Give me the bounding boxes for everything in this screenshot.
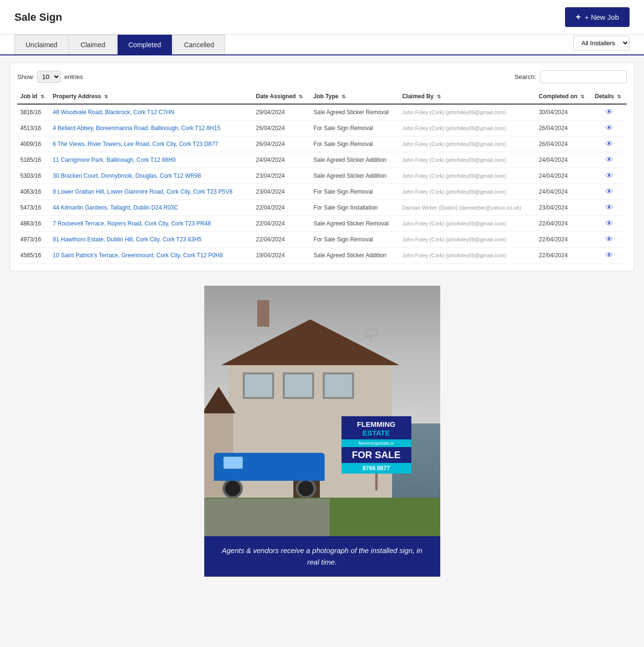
- details-eye-icon[interactable]: 👁: [605, 235, 613, 243]
- cell-date: 26/04/2024: [253, 120, 311, 136]
- cell-details[interactable]: 👁: [592, 104, 627, 120]
- page-title: Sale Sign: [14, 11, 62, 24]
- cell-claimed-by: John Foley (Cork) (johnfoley09@gmail.com…: [399, 232, 536, 248]
- table-row: 4863/16 7 Roosevelt Terrace, Ropers Road…: [17, 216, 627, 232]
- cell-address: 81 Hawthorn Estate, Dublin Hill, Cork Ci…: [50, 232, 253, 248]
- car-wheels: [214, 478, 325, 499]
- tab-unclaimed[interactable]: Unclaimed: [14, 35, 68, 54]
- address-link[interactable]: 8 Lower Grattan Hill, Lower Glanmire Roa…: [53, 188, 233, 195]
- address-link[interactable]: 44 Kilmartin Gardens, Tallaght, Dublin D…: [53, 204, 179, 211]
- sort-icon-address: ⇅: [104, 94, 108, 99]
- address-link[interactable]: 6 The Views, River Towers, Lee Road, Cor…: [53, 141, 218, 147]
- sign-phone: 8766 8877: [342, 463, 411, 474]
- cell-details[interactable]: 👁: [592, 216, 627, 232]
- details-eye-icon[interactable]: 👁: [605, 219, 613, 227]
- details-eye-icon[interactable]: 👁: [605, 124, 613, 132]
- address-link[interactable]: 7 Roosevelt Terrace, Ropers Road, Cork C…: [53, 220, 211, 227]
- cell-details[interactable]: 👁: [592, 120, 627, 136]
- plus-icon: +: [576, 12, 581, 22]
- tabs-row: Unclaimed Claimed Completed Cancelled Al…: [0, 35, 644, 55]
- cell-completed-on: 24/04/2024: [536, 168, 592, 184]
- table-row: 4063/16 8 Lower Grattan Hill, Lower Glan…: [17, 184, 627, 200]
- address-link[interactable]: 30 Bracken Court, Donnybrook, Douglas, C…: [53, 172, 201, 179]
- cell-details[interactable]: 👁: [592, 168, 627, 184]
- entries-label: entries: [65, 73, 83, 80]
- cell-job-type: For Sale Sign Installation: [311, 200, 399, 216]
- installer-dropdown[interactable]: All Installers Installer 1 Installer 2: [573, 36, 630, 51]
- car-wheel-right: [296, 478, 316, 499]
- cell-details[interactable]: 👁: [592, 248, 627, 264]
- search-area: Search:: [514, 70, 627, 83]
- table-row: 4009/16 6 The Views, River Towers, Lee R…: [17, 136, 627, 152]
- table-body: 3816/16 48 Woodvale Road, Blackrock, Cor…: [17, 104, 627, 264]
- cell-completed-on: 22/04/2024: [536, 216, 592, 232]
- details-eye-icon[interactable]: 👁: [605, 187, 613, 196]
- details-eye-icon[interactable]: 👁: [605, 251, 613, 259]
- chimney: [257, 300, 269, 327]
- details-eye-icon[interactable]: 👁: [605, 203, 613, 211]
- show-entries-control: Show 10 25 50 entries: [17, 71, 83, 83]
- tab-completed[interactable]: Completed: [118, 35, 172, 54]
- address-link[interactable]: 48 Woodvale Road, Blackrock, Cork T12 C7…: [53, 109, 174, 116]
- new-job-label: + New Job: [585, 13, 619, 21]
- installer-filter: All Installers Installer 1 Installer 2: [573, 36, 630, 51]
- image-caption: Agents & vendors receive a photograph of…: [204, 536, 440, 577]
- window-right: [323, 372, 354, 399]
- car-body: [214, 453, 325, 481]
- cell-job-type: For Sale Sign Removal: [311, 184, 399, 200]
- sort-icon-job-type: ⇅: [342, 94, 345, 99]
- address-link[interactable]: 10 Saint Patrick's Terrace, Greenmount, …: [53, 252, 223, 259]
- per-page-select[interactable]: 10 25 50: [37, 71, 61, 83]
- details-eye-icon[interactable]: 👁: [605, 108, 613, 116]
- address-link[interactable]: 81 Hawthorn Estate, Dublin Hill, Cork Ci…: [53, 236, 202, 243]
- cell-details[interactable]: 👁: [592, 184, 627, 200]
- sign-post: [375, 474, 378, 490]
- address-link[interactable]: 11 Carrigmore Park, Ballinough, Cork T12…: [53, 157, 176, 163]
- cell-job-type: For Sale Sign Removal: [311, 136, 399, 152]
- details-eye-icon[interactable]: 👁: [605, 140, 613, 148]
- cell-address: 7 Roosevelt Terrace, Ropers Road, Cork C…: [50, 216, 253, 232]
- table-row: 4585/16 10 Saint Patrick's Terrace, Gree…: [17, 248, 627, 264]
- cell-job-type: Sale Agreed Sticker Removal: [311, 104, 399, 120]
- cell-completed-on: 26/04/2024: [536, 120, 592, 136]
- cell-claimed-by: John Foley (Cork) (johnfoley09@gmail.com…: [399, 184, 536, 200]
- tab-cancelled[interactable]: Cancelled: [173, 35, 225, 54]
- cell-details[interactable]: 👁: [592, 136, 627, 152]
- address-link[interactable]: 4 Bellard Abbey, Boreenmanna Road, Balli…: [53, 125, 221, 132]
- details-eye-icon[interactable]: 👁: [605, 156, 613, 164]
- property-image: FLEMMING ESTATE fkemmingestate.ie FOR SA…: [204, 286, 440, 536]
- cell-date: 26/04/2024: [253, 136, 311, 152]
- image-section: FLEMMING ESTATE fkemmingestate.ie FOR SA…: [204, 286, 440, 577]
- for-sale-sign: FLEMMING ESTATE fkemmingestate.ie FOR SA…: [342, 416, 411, 490]
- new-job-button[interactable]: + + New Job: [565, 7, 630, 27]
- search-input[interactable]: [540, 70, 627, 83]
- search-label: Search:: [514, 73, 536, 80]
- table-section: Show 10 25 50 entries Search: Job Id ⇅ P…: [10, 63, 634, 271]
- cell-job-id: 4513/16: [17, 120, 50, 136]
- cell-date: 24/04/2024: [253, 152, 311, 168]
- cell-claimed-by: John Foley (Cork) (johnfoley09@gmail.com…: [399, 168, 536, 184]
- col-completed-on: Completed on ⇅: [536, 89, 592, 104]
- cell-claimed-by: John Foley (Cork) (johnfoley09@gmail.com…: [399, 104, 536, 120]
- sign-agency-name2: ESTATE: [344, 429, 408, 437]
- house-left-roof: [204, 387, 236, 413]
- tab-group: Unclaimed Claimed Completed Cancelled: [14, 35, 226, 54]
- cell-date: 29/04/2024: [253, 104, 311, 120]
- cell-job-type: For Sale Sign Removal: [311, 120, 399, 136]
- cell-job-type: Sale Agreed Sticker Addition: [311, 248, 399, 264]
- caption-text: Agents & vendors receive a photograph of…: [219, 545, 426, 568]
- sort-icon-completed-on: ⇅: [580, 94, 584, 99]
- cell-details[interactable]: 👁: [592, 232, 627, 248]
- cell-date: 23/04/2024: [253, 184, 311, 200]
- details-eye-icon[interactable]: 👁: [605, 172, 613, 180]
- cell-details[interactable]: 👁: [592, 200, 627, 216]
- tab-claimed[interactable]: Claimed: [69, 35, 116, 54]
- col-address: Property Address ⇅: [50, 89, 253, 104]
- sort-icon-date: ⇅: [299, 94, 302, 99]
- driveway: [204, 499, 329, 536]
- table-controls: Show 10 25 50 entries Search:: [17, 70, 627, 83]
- cell-details[interactable]: 👁: [592, 152, 627, 168]
- cell-completed-on: 26/04/2024: [536, 136, 592, 152]
- cell-address: 48 Woodvale Road, Blackrock, Cork T12 C7…: [50, 104, 253, 120]
- cell-address: 30 Bracken Court, Donnybrook, Douglas, C…: [50, 168, 253, 184]
